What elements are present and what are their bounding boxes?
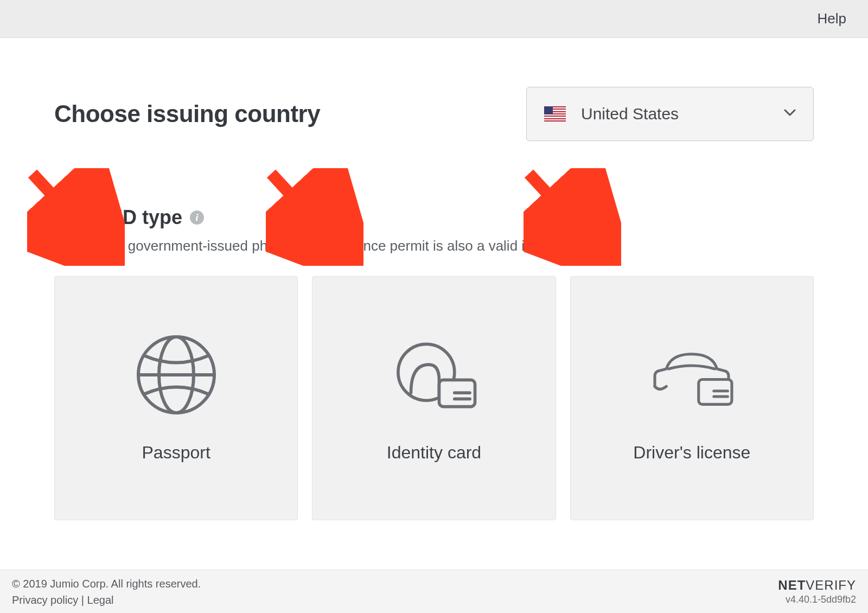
legal-link[interactable]: Legal — [87, 594, 114, 606]
footer-sep: | — [78, 594, 87, 606]
card-drivers-license[interactable]: Driver's license — [570, 276, 814, 520]
country-dropdown[interactable]: United States — [526, 87, 814, 141]
copyright-text: © 2019 Jumio Corp. All rights reserved. — [12, 576, 201, 592]
globe-icon — [130, 334, 222, 416]
card-drivers-license-label: Driver's license — [633, 443, 750, 463]
footer-left: © 2019 Jumio Corp. All rights reserved. … — [12, 576, 201, 608]
privacy-policy-link[interactable]: Privacy policy — [12, 594, 78, 606]
id-type-cards: Passport Identity card — [54, 276, 814, 520]
footer-right: NETVERIFY v4.40.1-5dd9fb2 — [778, 577, 856, 606]
main-content: Choose issuing country United States Sel… — [0, 38, 868, 520]
country-row: Choose issuing country United States — [54, 87, 814, 141]
footer: © 2019 Jumio Corp. All rights reserved. … — [0, 570, 868, 613]
card-passport[interactable]: Passport — [54, 276, 298, 520]
select-id-type-heading: Select ID type — [54, 206, 182, 229]
brand-label: NETVERIFY — [778, 577, 856, 593]
id-card-icon — [388, 334, 480, 416]
flag-us-icon — [544, 106, 566, 122]
country-selected-label: United States — [581, 105, 769, 123]
info-icon[interactable]: i — [190, 210, 204, 225]
card-passport-label: Passport — [142, 443, 210, 463]
id-type-description: Use a valid government-issued photo ID. … — [54, 238, 814, 254]
chevron-down-icon — [784, 109, 796, 119]
id-type-heading-row: Select ID type i — [54, 206, 814, 229]
card-identity-label: Identity card — [387, 443, 481, 463]
choose-country-heading: Choose issuing country — [54, 100, 320, 127]
version-label: v4.40.1-5dd9fb2 — [778, 593, 856, 606]
car-card-icon — [646, 334, 738, 416]
top-bar: Help — [0, 0, 868, 38]
help-link[interactable]: Help — [818, 10, 846, 27]
card-identity-card[interactable]: Identity card — [312, 276, 556, 520]
